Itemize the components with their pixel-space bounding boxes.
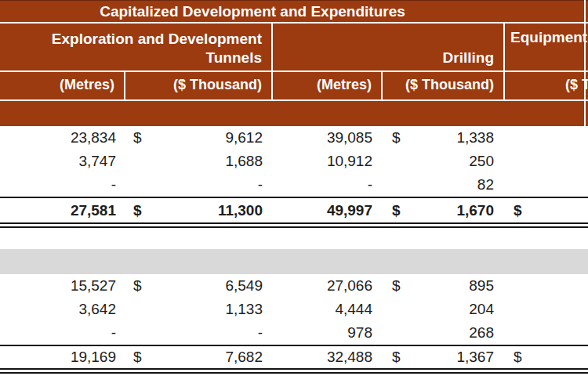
column-group-equipment-label: Equipment [510, 28, 587, 47]
currency-symbol: $ [514, 349, 522, 366]
cell-drilling-cost: 82 [383, 173, 505, 197]
cell-equipment-cost [505, 321, 588, 345]
cell-equipment-cost [505, 298, 588, 321]
column-group-drilling: Drilling [273, 24, 505, 70]
cell-drilling-metres-total: 49,997 [273, 198, 383, 222]
cell-drilling-metres: 27,066 [273, 274, 383, 298]
double-rule [0, 368, 588, 374]
amount-value: 1,133 [225, 301, 263, 318]
cell-drilling-cost: 250 [383, 150, 505, 173]
cell-drilling-metres: - [273, 173, 383, 197]
cell-tunnels-cost: 1,688 [125, 150, 273, 173]
currency-symbol: $ [514, 202, 522, 219]
amount-value: 6,549 [225, 277, 263, 295]
cell-tunnels-cost: - [125, 173, 273, 197]
currency-symbol: $ [133, 349, 142, 366]
subheader-equipment-cost: ($ Thousand) [505, 72, 588, 99]
subheader-tunnels-cost: ($ Thousand) [125, 72, 273, 99]
cell-equipment-cost [505, 274, 588, 298]
cell-tunnels-metres: 23,834 [0, 126, 125, 150]
cell-tunnels-cost: $ 9,612 [125, 126, 273, 150]
currency-symbol: $ [133, 202, 142, 219]
table-title-row: Capitalized Development and Expenditures [0, 0, 588, 24]
cell-drilling-cost: 268 [383, 321, 505, 345]
table-title: Capitalized Development and Expenditures [100, 3, 405, 20]
cell-tunnels-cost: - [125, 321, 273, 345]
amount-value: 11,300 [218, 202, 263, 219]
section-band-brown [0, 101, 588, 126]
table-row: 3,747 1,688 10,912 250 [0, 150, 588, 173]
cell-drilling-metres: 978 [273, 321, 383, 345]
cell-tunnels-cost: 1,133 [125, 298, 273, 321]
amount-value: 1,688 [225, 153, 263, 170]
cell-equipment-cost-total: $ [505, 346, 588, 368]
cell-tunnels-metres-total: 27,581 [0, 198, 125, 222]
currency-symbol: $ [133, 129, 142, 146]
units-header-row: (Metres) ($ Thousand) (Metres) ($ Thousa… [0, 72, 588, 101]
currency-symbol: $ [392, 277, 401, 295]
cell-drilling-cost: 204 [383, 298, 505, 321]
cell-drilling-cost-total: $ 1,367 [383, 346, 505, 368]
table-sheet: Capitalized Development and Expenditures… [0, 0, 588, 374]
table-row: - - - 82 [0, 173, 588, 197]
cell-tunnels-metres: - [0, 321, 125, 345]
column-group-tunnels-label: Exploration and Development Tunnels [9, 30, 262, 67]
cell-tunnels-metres: 15,527 [0, 274, 125, 298]
amount-value: 9,612 [225, 129, 263, 146]
column-group-drilling-label: Drilling [443, 49, 494, 67]
amount-value: 1,367 [456, 349, 494, 366]
spreadsheet-table: Capitalized Development and Expenditures… [0, 0, 588, 376]
cell-drilling-metres: 4,444 [273, 298, 383, 321]
double-rule [0, 222, 588, 228]
table-row: - - 978 268 [0, 321, 588, 345]
cell-equipment-cost [505, 173, 588, 197]
table-row: 3,642 1,133 4,444 204 [0, 298, 588, 321]
subheader-tunnels-metres: (Metres) [0, 72, 125, 99]
cell-equipment-cost [505, 126, 588, 150]
amount-value: 204 [469, 301, 494, 318]
amount-value: 1,338 [456, 129, 494, 146]
cell-tunnels-metres-total: 19,169 [0, 346, 125, 368]
amount-value: 82 [477, 176, 494, 193]
cell-drilling-cost: $ 1,338 [383, 126, 505, 150]
amount-value: - [258, 176, 263, 193]
amount-value: 1,670 [456, 202, 494, 219]
header-column-divider [584, 0, 586, 126]
cell-tunnels-cost: $ 6,549 [125, 274, 273, 298]
currency-symbol: $ [392, 349, 401, 366]
cell-drilling-metres: 10,912 [273, 150, 383, 173]
amount-value: - [258, 324, 263, 342]
amount-value: 895 [469, 277, 494, 295]
currency-symbol: $ [392, 202, 401, 219]
cell-drilling-cost-total: $ 1,670 [383, 198, 505, 222]
cell-equipment-cost [505, 150, 588, 173]
amount-value: 250 [469, 153, 494, 170]
currency-symbol: $ [392, 129, 401, 146]
column-group-equipment: Equipment [505, 24, 588, 70]
cell-tunnels-metres: 3,642 [0, 298, 125, 321]
cell-tunnels-cost-total: $ 11,300 [125, 198, 273, 222]
total-row: 19,169 $ 7,682 32,488 $ 1,367 $ [0, 345, 588, 368]
column-group-header-row: Exploration and Development Tunnels Dril… [0, 24, 588, 72]
section-gap [0, 228, 588, 249]
table-title-cell: Capitalized Development and Expenditures [0, 1, 505, 22]
total-row: 27,581 $ 11,300 49,997 $ 1,670 $ [0, 197, 588, 222]
cell-tunnels-metres: - [0, 173, 125, 197]
cell-tunnels-cost-total: $ 7,682 [125, 346, 273, 368]
currency-symbol: $ [133, 277, 142, 295]
amount-value: 268 [469, 324, 494, 342]
column-group-tunnels: Exploration and Development Tunnels [0, 24, 273, 70]
table-row: 15,527 $ 6,549 27,066 $ 895 [0, 274, 588, 298]
cell-drilling-metres-total: 32,488 [273, 346, 383, 368]
cell-drilling-metres: 39,085 [273, 126, 383, 150]
cell-drilling-cost: $ 895 [383, 274, 505, 298]
table-row: 23,834 $ 9,612 39,085 $ 1,338 [0, 126, 588, 150]
subheader-drilling-metres: (Metres) [273, 72, 383, 99]
amount-value: 7,682 [225, 349, 263, 366]
section-band-gray [0, 249, 588, 274]
cell-tunnels-metres: 3,747 [0, 150, 125, 173]
subheader-drilling-cost: ($ Thousand) [383, 72, 505, 99]
cell-equipment-cost-total: $ [505, 198, 588, 222]
